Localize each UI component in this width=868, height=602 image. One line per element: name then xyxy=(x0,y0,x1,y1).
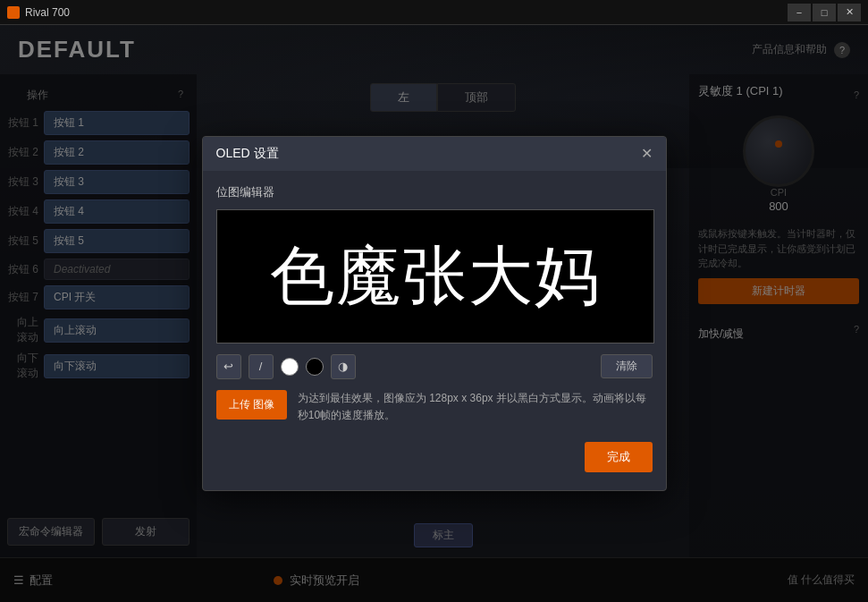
dialog-title-bar: OLED 设置 ✕ xyxy=(203,137,666,171)
pencil-tool[interactable]: / xyxy=(249,354,274,379)
dialog-body: 位图编辑器 色魔张大妈 ↩ / ◑ xyxy=(203,171,666,490)
pixel-editor-label: 位图编辑器 xyxy=(216,184,653,200)
pencil-icon: / xyxy=(259,360,263,373)
invert-icon: ◑ xyxy=(338,360,348,373)
oled-dialog: OLED 设置 ✕ 位图编辑器 色魔张大妈 ↩ / xyxy=(202,136,667,491)
app-title: Rival 700 xyxy=(25,6,70,19)
app-icon xyxy=(7,6,20,19)
upload-image-button[interactable]: 上传 图像 xyxy=(216,390,287,420)
dialog-title: OLED 设置 xyxy=(216,146,279,162)
title-bar-left: Rival 700 xyxy=(7,6,70,19)
title-bar: Rival 700 − □ ✕ xyxy=(0,0,868,25)
invert-tool[interactable]: ◑ xyxy=(331,354,356,379)
info-row: 上传 图像 为达到最佳效果，图像应为 128px x 36px 并以黑白方式显示… xyxy=(216,390,653,424)
oled-canvas[interactable]: 色魔张大妈 xyxy=(216,209,654,343)
window-controls: − □ ✕ xyxy=(788,4,861,21)
tool-row: ↩ / ◑ 清除 xyxy=(216,354,653,379)
modal-overlay: OLED 设置 ✕ 位图编辑器 色魔张大妈 ↩ / xyxy=(0,25,868,602)
upload-info-text: 为达到最佳效果，图像应为 128px x 36px 并以黑白方式显示。动画将以每… xyxy=(298,390,653,424)
app-content: DEFAULT 产品信息和帮助 ? 操作 ? 按钮 1 按钮 1 按钮 2 按钮… xyxy=(0,25,868,602)
color-white-swatch[interactable] xyxy=(281,358,299,376)
dialog-close-button[interactable]: ✕ xyxy=(641,147,653,161)
close-button[interactable]: ✕ xyxy=(838,4,861,21)
done-button[interactable]: 完成 xyxy=(585,442,653,472)
oled-display-text: 色魔张大妈 xyxy=(270,233,601,319)
undo-icon: ↩ xyxy=(223,360,233,373)
minimize-button[interactable]: − xyxy=(788,4,811,21)
undo-tool[interactable]: ↩ xyxy=(216,354,241,379)
maximize-button[interactable]: □ xyxy=(813,4,836,21)
color-black-swatch[interactable] xyxy=(306,358,324,376)
clear-button[interactable]: 清除 xyxy=(601,354,653,378)
dialog-footer: 完成 xyxy=(216,437,653,477)
